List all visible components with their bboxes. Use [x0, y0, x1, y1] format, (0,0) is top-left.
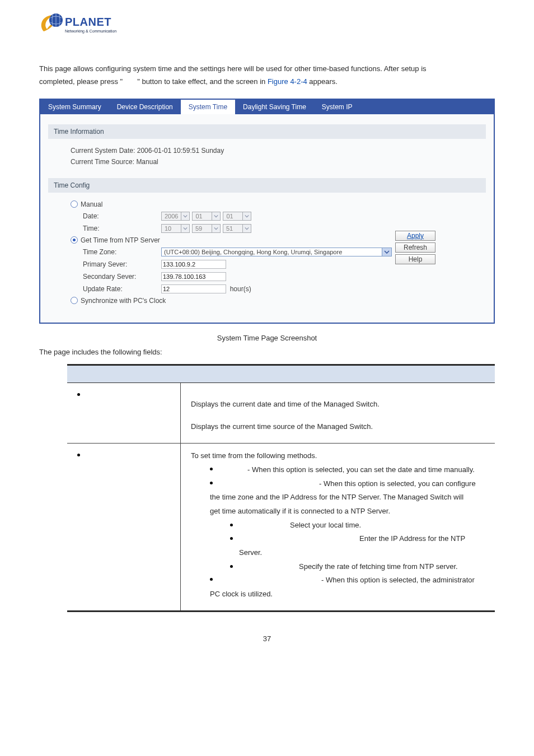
- apply-button[interactable]: Apply: [395, 231, 435, 241]
- table-row: To set time from the following methods. …: [67, 444, 495, 612]
- primary-server-input[interactable]: [161, 260, 226, 269]
- tab-daylight-saving[interactable]: Daylight Saving Time: [235, 100, 314, 114]
- chevron-down-icon: [212, 212, 221, 221]
- chevron-down-icon: [181, 212, 190, 221]
- chevron-down-icon: [212, 224, 221, 233]
- intro-text: This page allows configuring system time…: [39, 62, 495, 88]
- tab-device-description[interactable]: Device Description: [109, 100, 181, 114]
- fields-table: Displays the current date and time of th…: [67, 364, 495, 612]
- bullet-icon: [210, 468, 213, 470]
- date-day-select[interactable]: 01: [223, 212, 251, 221]
- radio-pc-sync[interactable]: Synchronize with PC's Clock: [71, 297, 480, 305]
- tab-bar: System Summary Device Description System…: [40, 100, 494, 114]
- current-system-date: Current System Date: 2006-01-01 10:59:51…: [71, 147, 480, 155]
- current-time-source: Current Time Source: Manual: [71, 158, 480, 166]
- chevron-down-icon: [181, 224, 190, 233]
- bullet-icon: [210, 578, 213, 581]
- radio-selected-icon: [71, 236, 78, 244]
- radio-icon: [71, 297, 78, 304]
- date-year-select[interactable]: 2006: [161, 212, 190, 221]
- time-label: Time:: [83, 225, 161, 232]
- primary-server-label: Primary Sever:: [83, 260, 161, 268]
- date-month-select[interactable]: 01: [192, 212, 221, 221]
- table-row: Displays the current date and time of th…: [67, 382, 495, 443]
- action-buttons: Apply Refresh Help: [395, 231, 435, 264]
- update-rate-label: Update Rate:: [83, 285, 161, 293]
- tab-system-summary[interactable]: System Summary: [40, 100, 109, 114]
- radio-icon: [71, 200, 78, 208]
- brand-logo: PLANET Networking & Communication: [39, 12, 116, 40]
- brand-tagline: Networking & Communication: [65, 29, 116, 34]
- bullet-icon: [210, 482, 213, 484]
- time-info-header: Time Information: [48, 124, 486, 139]
- update-rate-input[interactable]: [161, 284, 226, 293]
- chevron-down-icon: [382, 248, 392, 256]
- bullet-icon: [230, 565, 233, 568]
- tab-system-time[interactable]: System Time: [181, 100, 235, 114]
- timezone-label: Time Zone:: [83, 248, 161, 256]
- figure-caption: System Time Page Screenshot: [39, 334, 495, 342]
- timezone-select[interactable]: (UTC+08:00) Beijing, Chongqing, Hong Kon…: [161, 248, 392, 256]
- tab-system-ip[interactable]: System IP: [314, 100, 360, 114]
- figure-link[interactable]: Figure 4-2-4: [268, 77, 307, 86]
- secondary-server-input[interactable]: [161, 272, 226, 281]
- date-label: Date:: [83, 212, 161, 220]
- time-min-select[interactable]: 59: [192, 224, 221, 233]
- chevron-down-icon: [243, 212, 251, 221]
- time-sec-select[interactable]: 51: [223, 224, 251, 233]
- time-hour-select[interactable]: 10: [161, 224, 190, 233]
- bullet-icon: [77, 393, 80, 396]
- update-rate-unit: hour(s): [230, 285, 251, 293]
- system-time-screenshot: System Summary Device Description System…: [39, 99, 495, 324]
- bullet-icon: [230, 537, 233, 540]
- brand-word: PLANET: [65, 16, 111, 28]
- radio-manual[interactable]: Manual: [71, 200, 480, 208]
- chevron-down-icon: [243, 224, 251, 233]
- fields-intro: The page includes the following fields:: [39, 348, 495, 356]
- bullet-icon: [77, 454, 80, 456]
- page-number: 37: [39, 634, 495, 643]
- time-config-header: Time Config: [48, 178, 486, 193]
- refresh-button[interactable]: Refresh: [395, 242, 435, 253]
- time-info-body: Current System Date: 2006-01-01 10:59:51…: [48, 139, 486, 174]
- bullet-icon: [230, 524, 233, 526]
- help-button[interactable]: Help: [395, 254, 435, 264]
- secondary-server-label: Secondary Sever:: [83, 273, 161, 281]
